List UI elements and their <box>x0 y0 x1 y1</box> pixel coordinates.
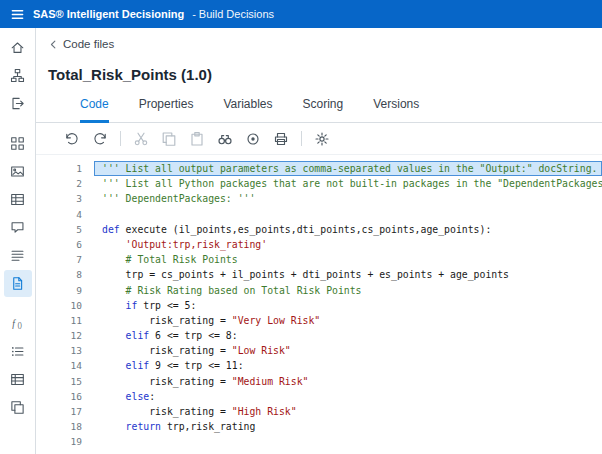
code-line[interactable]: 8 trp = cs_points + il_points + dti_poin… <box>36 267 602 282</box>
line-number: 1 <box>36 161 94 176</box>
svg-text:(): () <box>18 321 22 329</box>
code-line-text: # Total Risk Points <box>94 252 602 267</box>
code-line[interactable]: 9 # Risk Rating based on Total Risk Poin… <box>36 283 602 298</box>
code-line-text: risk_rating = "Low Risk" <box>94 343 602 358</box>
code-line[interactable]: 5def execute (il_points,es_points,dti_po… <box>36 222 602 237</box>
line-number: 2 <box>36 176 94 191</box>
code-line[interactable]: 16 else: <box>36 389 602 404</box>
print-icon[interactable] <box>273 131 289 147</box>
code-line[interactable]: 12 elif 6 <= trp <= 8: <box>36 328 602 343</box>
code-line[interactable]: 6 'Output:trp,risk_rating' <box>36 237 602 252</box>
code-line-text: if trp <= 5: <box>94 298 602 313</box>
code-line[interactable]: 2''' List all Python packages that are n… <box>36 176 602 191</box>
toolbar-separator <box>301 131 302 146</box>
sign-out-icon[interactable] <box>4 90 32 117</box>
line-number: 12 <box>36 328 94 343</box>
text-lines-icon[interactable] <box>4 242 32 269</box>
code-line-text: ''' List all Python packages that are no… <box>94 176 602 191</box>
code-line-text: elif 9 <= trp <= 11: <box>94 358 602 373</box>
code-line-text <box>94 434 602 449</box>
line-number: 3 <box>36 191 94 206</box>
breakpoint-icon[interactable] <box>245 131 261 147</box>
code-line[interactable]: 11 risk_rating = "Very Low Risk" <box>36 313 602 328</box>
line-number: 7 <box>36 252 94 267</box>
undo-icon[interactable] <box>64 131 80 147</box>
home-icon[interactable] <box>4 34 32 61</box>
code-line-text: risk_rating = "Very Low Risk" <box>94 313 602 328</box>
code-line[interactable]: 18 return trp,risk_rating <box>36 419 602 434</box>
tab-versions[interactable]: Versions <box>373 97 419 122</box>
line-number: 8 <box>36 267 94 282</box>
code-line-text: trp = cs_points + il_points + dti_points… <box>94 267 602 282</box>
tab-bar: CodePropertiesVariablesScoringVersions <box>36 83 602 123</box>
tab-code[interactable]: Code <box>80 97 109 123</box>
tab-properties[interactable]: Properties <box>139 97 194 122</box>
line-number: 19 <box>36 434 94 449</box>
function-icon[interactable]: f() <box>4 310 32 337</box>
code-line[interactable]: 19 <box>36 434 602 449</box>
breadcrumb-label: Code files <box>63 38 114 50</box>
code-line-text: def execute (il_points,es_points,dti_poi… <box>94 222 602 237</box>
app-bar: SAS® Intelligent Decisioning - Build Dec… <box>0 0 602 28</box>
code-line-text: else: <box>94 389 602 404</box>
bullet-list-icon[interactable] <box>4 338 32 365</box>
hierarchy-icon[interactable] <box>4 62 32 89</box>
code-line-text: return trp,risk_rating <box>94 419 602 434</box>
code-line[interactable]: 15 risk_rating = "Medium Risk" <box>36 374 602 389</box>
code-line-text: risk_rating = "High Risk" <box>94 404 602 419</box>
toolbar-separator <box>120 131 121 146</box>
code-file-icon[interactable] <box>4 270 32 297</box>
main-content: Code files Total_Risk_Points (1.0) CodeP… <box>36 28 602 454</box>
code-line-text: risk_rating = "Medium Risk" <box>94 374 602 389</box>
code-line[interactable]: 10 if trp <= 5: <box>36 298 602 313</box>
line-number: 16 <box>36 389 94 404</box>
page-title: Total_Risk_Points (1.0) <box>48 66 602 83</box>
app-window: SAS® Intelligent Decisioning - Build Dec… <box>0 0 602 454</box>
app-title: SAS® Intelligent Decisioning <box>33 8 184 20</box>
paste-icon <box>189 131 205 147</box>
settings-icon[interactable] <box>314 131 330 147</box>
code-line[interactable]: 1''' List all output parameters as comma… <box>36 161 602 176</box>
chevron-left-icon <box>48 39 59 50</box>
code-line[interactable]: 7 # Total Risk Points <box>36 252 602 267</box>
blocks-icon[interactable] <box>4 130 32 157</box>
code-line[interactable]: 13 risk_rating = "Low Risk" <box>36 343 602 358</box>
code-line[interactable]: 3''' DependentPackages: ''' <box>36 191 602 206</box>
svg-text:f: f <box>12 319 16 329</box>
tab-scoring[interactable]: Scoring <box>303 97 344 122</box>
find-icon[interactable] <box>217 131 233 147</box>
cut-icon <box>133 131 149 147</box>
tab-variables[interactable]: Variables <box>223 97 272 122</box>
table-icon[interactable] <box>4 186 32 213</box>
code-line-text: # Risk Rating based on Total Risk Points <box>94 283 602 298</box>
code-line-text <box>94 207 602 222</box>
message-icon[interactable] <box>4 214 32 241</box>
code-line-text: elif 6 <= trp <= 8: <box>94 328 602 343</box>
line-number: 10 <box>36 298 94 313</box>
image-icon[interactable] <box>4 158 32 185</box>
code-line[interactable]: 14 elif 9 <= trp <= 11: <box>36 358 602 373</box>
line-number: 18 <box>36 419 94 434</box>
lookup-table-icon[interactable] <box>4 366 32 393</box>
copy-pages-icon[interactable] <box>4 394 32 421</box>
line-number: 9 <box>36 283 94 298</box>
code-editor[interactable]: 1''' List all output parameters as comma… <box>36 155 602 454</box>
app-shell: f() Code files Total_Risk_Points (1.0) C… <box>0 28 602 454</box>
redo-icon[interactable] <box>92 131 108 147</box>
code-line-text: 'Output:trp,risk_rating' <box>94 237 602 252</box>
copy-icon <box>161 131 177 147</box>
apps-menu-icon[interactable] <box>10 7 25 22</box>
app-subtitle: - Build Decisions <box>192 8 274 20</box>
code-line-text: ''' List all output parameters as comma-… <box>94 161 602 176</box>
code-line-text: ''' DependentPackages: ''' <box>94 191 602 206</box>
code-line[interactable]: 4 <box>36 207 602 222</box>
breadcrumb[interactable]: Code files <box>36 28 114 50</box>
line-number: 5 <box>36 222 94 237</box>
editor-toolbar <box>36 123 602 155</box>
line-number: 11 <box>36 313 94 328</box>
left-toolbar: f() <box>0 28 36 454</box>
line-number: 4 <box>36 207 94 222</box>
line-number: 14 <box>36 358 94 373</box>
code-line[interactable]: 17 risk_rating = "High Risk" <box>36 404 602 419</box>
line-number: 6 <box>36 237 94 252</box>
